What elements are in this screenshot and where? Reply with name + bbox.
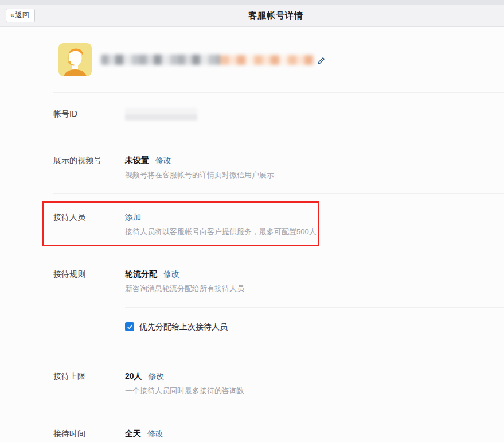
- edit-name-button[interactable]: [317, 57, 325, 67]
- pencil-edit-icon: [317, 57, 325, 65]
- priority-assign-option: 优先分配给上次接待人员: [125, 308, 504, 352]
- field-row-reception-time: 接待时间 全天 修改: [53, 409, 504, 442]
- agent-avatar: [58, 43, 92, 76]
- modify-reception-time-link[interactable]: 修改: [147, 428, 163, 439]
- reception-time-value: 全天: [125, 428, 141, 439]
- field-description: 视频号将在客服帐号的详情页对微信用户展示: [125, 170, 504, 180]
- field-row-staff: 接待人员 添加 接待人员将以客服帐号向客户提供服务，最多可配置500人: [53, 194, 504, 250]
- back-button[interactable]: « 返回: [6, 9, 35, 22]
- field-description: 新咨询消息轮流分配给所有接待人员: [125, 284, 504, 294]
- field-label: 接待时间: [53, 428, 125, 439]
- checkmark-icon: [127, 324, 133, 330]
- back-chevrons-icon: «: [10, 11, 14, 20]
- field-label: 接待规则: [53, 268, 125, 294]
- redacted-account-id-value: [125, 108, 197, 121]
- window-top-strip: [0, 0, 504, 5]
- priority-assign-checkbox[interactable]: [125, 322, 134, 331]
- modify-video-channel-link[interactable]: 修改: [155, 154, 171, 166]
- redacted-name-segment: [220, 55, 314, 65]
- modify-reception-rule-link[interactable]: 修改: [163, 268, 179, 280]
- field-row-account-id: 帐号ID: [53, 93, 504, 138]
- modify-reception-limit-link[interactable]: 修改: [149, 370, 165, 382]
- redacted-name-segment: [101, 55, 220, 65]
- field-label: 接待人员: [53, 211, 125, 237]
- profile-row: [53, 27, 504, 93]
- field-row-reception-rule: 接待规则 轮流分配 修改 新咨询消息轮流分配给所有接待人员 优先分配给上次接待人…: [53, 250, 504, 352]
- field-description: 一个接待人员同时最多接待的咨询数: [125, 386, 504, 396]
- back-button-label: 返回: [15, 11, 29, 20]
- field-description: 接待人员将以客服帐号向客户提供服务，最多可配置500人: [125, 227, 504, 237]
- account-detail-panel: 帐号ID 展示的视频号 未设置 修改 视频号将在客服帐号的详情页对微信用户展示 …: [0, 27, 504, 442]
- redacted-account-name: [101, 55, 314, 65]
- field-label: 接待上限: [53, 370, 125, 396]
- priority-assign-label: 优先分配给上次接待人员: [139, 321, 228, 332]
- agent-headset-avatar-icon: [58, 43, 92, 76]
- add-staff-link[interactable]: 添加: [125, 211, 141, 223]
- reception-rule-value: 轮流分配: [125, 268, 157, 280]
- field-row-reception-limit: 接待上限 20人 修改 一个接待人员同时最多接待的咨询数: [53, 352, 504, 409]
- video-channel-value: 未设置: [125, 154, 149, 166]
- field-label: 帐号ID: [53, 108, 125, 121]
- toolbar: « 返回 客服帐号详情: [0, 5, 504, 27]
- reception-limit-value: 20人: [125, 370, 142, 382]
- page-title: 客服帐号详情: [248, 5, 303, 27]
- field-label: 展示的视频号: [53, 154, 125, 180]
- field-row-video-channel: 展示的视频号 未设置 修改 视频号将在客服帐号的详情页对微信用户展示: [53, 138, 504, 194]
